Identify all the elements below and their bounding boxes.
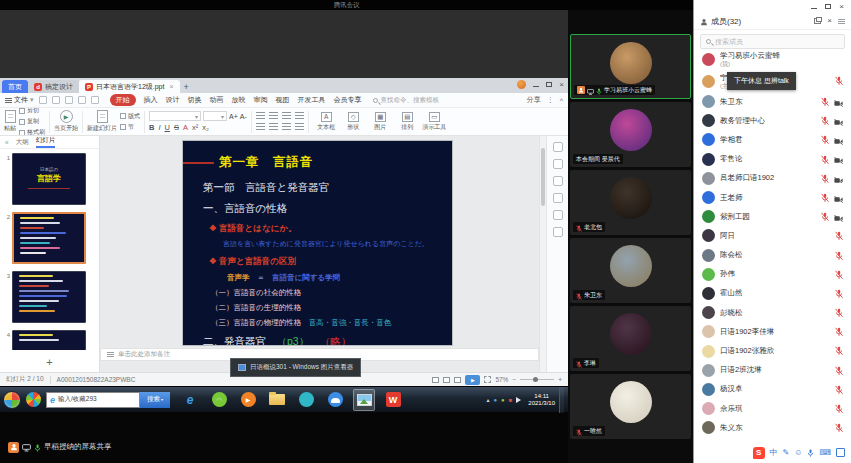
member-row[interactable]: 学习易班小云蜜蜂(我) (694, 48, 851, 70)
file-menu[interactable]: 文件 ▾ (5, 95, 34, 105)
grow-font-button[interactable]: A+ (229, 113, 238, 120)
photo-app-icon[interactable] (353, 389, 375, 411)
camera-off-icon[interactable] (834, 169, 843, 187)
cut-button[interactable]: 剪切 (19, 108, 45, 115)
ribbon-tab-审阅[interactable]: 审阅 (254, 95, 268, 105)
video-tile[interactable]: 李琳 (570, 306, 691, 371)
ime-tool-icon[interactable]: ⌨ (819, 448, 831, 458)
video-tile[interactable]: 老北包 (570, 170, 691, 235)
taskbar-clock[interactable]: 14:11 2021/3/10 (528, 393, 555, 407)
arrange-button[interactable]: ▤ 排列 (394, 112, 421, 132)
paste-button[interactable]: 粘贴 (4, 110, 16, 133)
ime-skin-icon[interactable] (836, 448, 845, 457)
zoom-knob[interactable] (533, 377, 538, 382)
mic-off-icon[interactable] (835, 419, 843, 437)
camera-off-icon[interactable] (834, 112, 843, 130)
play-from-current-button[interactable]: ▶ 当页开始 (54, 110, 78, 133)
zoom-out-button[interactable]: − (512, 376, 516, 383)
strikethrough-button[interactable]: S (174, 123, 179, 132)
video-tile[interactable]: 本会期间 晏晨代 (570, 102, 691, 167)
ribbon-tab-切换[interactable]: 切换 (188, 95, 202, 105)
copy-button[interactable]: 复制 (19, 117, 45, 126)
layout-button[interactable]: 版式 (120, 112, 140, 121)
360-app-icon[interactable]: ◠ (208, 389, 230, 411)
align-icon[interactable] (295, 112, 304, 120)
textbox-button[interactable]: A 文本框 (313, 112, 340, 132)
camera-off-icon[interactable] (834, 208, 843, 226)
normal-view-icon[interactable] (432, 377, 439, 383)
member-row[interactable]: 口语1902张雅欣 (694, 341, 851, 360)
close-icon[interactable]: × (559, 81, 564, 89)
search-input[interactable]: e 输入/收藏293 (46, 392, 140, 408)
slide-thumbnail[interactable] (12, 271, 86, 323)
tab-close-icon[interactable]: × (169, 83, 173, 90)
command-search[interactable]: 查找命令、搜索模板 (373, 96, 440, 105)
ribbon-tab-设计[interactable]: 设计 (166, 95, 180, 105)
collapse-ribbon-icon[interactable]: ^ (560, 97, 563, 104)
camera-off-icon[interactable] (834, 150, 843, 168)
ribbon-tab-放映[interactable]: 放映 (232, 95, 246, 105)
shrink-font-button[interactable]: A- (240, 113, 247, 120)
mic-off-icon[interactable] (835, 323, 843, 341)
hidden-icons-arrow[interactable]: ▴ (486, 397, 489, 403)
tab-home[interactable]: 首页 (2, 80, 28, 93)
ribbon-tab-插入[interactable]: 插入 (144, 95, 158, 105)
mic-off-icon[interactable] (821, 93, 829, 111)
font-color-button[interactable]: A (183, 123, 188, 132)
mic-off-icon[interactable] (835, 227, 843, 245)
member-row[interactable]: 杨汉卓 (694, 380, 851, 399)
restore-icon[interactable] (825, 4, 831, 9)
member-row[interactable]: 零售论 (694, 150, 851, 169)
ie-app-icon[interactable]: e (179, 389, 201, 411)
mic-off-icon[interactable] (835, 380, 843, 398)
member-row[interactable]: 阿日 (694, 226, 851, 245)
menu-icon[interactable] (838, 19, 845, 24)
align-icon[interactable] (256, 123, 265, 131)
ime-tool-icon[interactable]: ☺ (794, 448, 802, 458)
show-desktop-button[interactable] (559, 387, 564, 413)
italic-button[interactable]: I (158, 123, 160, 132)
sogou-logo-icon[interactable]: S (753, 447, 765, 459)
start-button[interactable] (3, 391, 21, 409)
shape-button[interactable]: ◇ 形状 (340, 112, 367, 132)
underline-button[interactable]: U (165, 123, 170, 132)
save-icon[interactable] (39, 96, 47, 104)
mic-off-icon[interactable] (835, 246, 843, 264)
popout-icon[interactable] (814, 18, 821, 24)
more-icon[interactable]: ⋮ (547, 96, 554, 104)
ime-mic-icon[interactable] (807, 444, 814, 462)
undo-icon[interactable] (78, 96, 86, 104)
member-row[interactable]: 学相君 (694, 130, 851, 149)
align-icon[interactable] (256, 112, 265, 120)
tray-app-red-icon[interactable]: ■ (509, 397, 513, 403)
chart-icon[interactable] (553, 193, 563, 203)
search-go-button[interactable]: 搜索▾ (140, 392, 170, 408)
member-row[interactable]: 孙伟 (694, 265, 851, 284)
tab-slides[interactable]: 幻灯片 (36, 136, 56, 148)
share-button[interactable]: 分享 (527, 95, 541, 105)
camera-off-icon[interactable] (834, 189, 843, 207)
align-icon[interactable] (269, 123, 278, 131)
zoom-in-button[interactable]: + (558, 376, 562, 383)
mic-off-icon[interactable] (835, 284, 843, 302)
member-row[interactable]: 彭晓松 (694, 303, 851, 322)
mic-off-icon[interactable] (821, 169, 829, 187)
member-row[interactable]: 朱卫东 (694, 92, 851, 111)
video-tile[interactable]: 朱卫东 (570, 238, 691, 303)
scrollbar-thumb[interactable] (541, 148, 545, 206)
minimize-icon[interactable] (533, 86, 539, 87)
align-icon[interactable] (295, 123, 304, 131)
member-row[interactable]: 日语1902李佳琳 (694, 322, 851, 341)
close-icon[interactable]: × (839, 3, 844, 11)
mic-off-icon[interactable] (835, 361, 843, 379)
mic-off-icon[interactable] (821, 150, 829, 168)
new-tab-button[interactable]: + (180, 80, 193, 93)
font-size-select[interactable]: ▾ (203, 111, 227, 121)
camera-off-icon[interactable] (834, 131, 843, 149)
design-icon[interactable] (553, 176, 563, 186)
member-row[interactable]: 霍山然 (694, 284, 851, 303)
align-icon[interactable] (282, 123, 291, 131)
mic-off-icon[interactable] (821, 131, 829, 149)
section-button[interactable]: 节 (120, 123, 140, 132)
member-row[interactable]: 教务管理中心 (694, 111, 851, 130)
